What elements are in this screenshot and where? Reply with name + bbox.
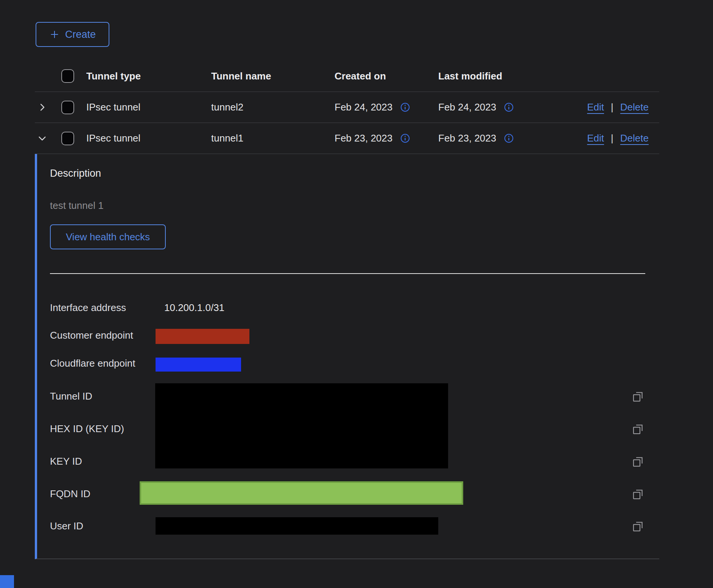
delete-link[interactable]: Delete (620, 101, 649, 113)
table-header-row: Tunnel type Tunnel name Created on Last … (35, 61, 659, 92)
header-tunnel-type: Tunnel type (86, 70, 211, 82)
interface-address-label: Interface address (50, 302, 126, 314)
tunnels-table: Tunnel type Tunnel name Created on Last … (35, 61, 659, 154)
header-tunnel-name: Tunnel name (211, 70, 335, 82)
description-text: test tunnel 1 (50, 200, 104, 212)
select-all-checkbox[interactable] (61, 69, 74, 83)
copy-user-id-button[interactable] (631, 520, 645, 533)
copy-hex-id-button[interactable] (631, 422, 645, 436)
customer-endpoint-label: Customer endpoint (50, 330, 133, 341)
chevron-right-icon (37, 102, 47, 112)
customer-endpoint-redacted-value (156, 329, 249, 344)
collapse-row-button[interactable] (37, 133, 47, 143)
copy-icon (632, 455, 645, 468)
plus-icon (49, 29, 60, 40)
create-button-label: Create (65, 29, 96, 40)
tunnel-details-panel: Description test tunnel 1 View health ch… (35, 154, 659, 559)
header-created-on: Created on (335, 70, 438, 82)
table-row: IPsec tunnel tunnel2 Feb 24, 2023 Feb 24… (35, 92, 659, 123)
info-icon[interactable] (400, 102, 410, 112)
copy-icon (632, 488, 645, 501)
key-id-label: KEY ID (50, 456, 82, 467)
expand-row-button[interactable] (37, 102, 47, 112)
edit-link[interactable]: Edit (587, 101, 604, 113)
created-on-cell: Feb 24, 2023 (335, 101, 392, 113)
tunnel-type-cell: IPsec tunnel (86, 101, 211, 113)
delete-link[interactable]: Delete (620, 132, 649, 144)
last-modified-cell: Feb 24, 2023 (438, 101, 496, 113)
tunnel-id-label: Tunnel ID (50, 390, 92, 402)
copy-tunnel-id-button[interactable] (631, 390, 645, 403)
info-icon[interactable] (504, 133, 514, 143)
info-icon[interactable] (504, 102, 514, 112)
fqdn-id-redacted-value (140, 481, 463, 505)
copy-icon (632, 390, 645, 403)
chevron-down-icon (37, 133, 47, 143)
create-button[interactable]: Create (36, 22, 109, 47)
actions-separator: | (611, 132, 613, 144)
tunnel-name-cell: tunnel2 (211, 101, 335, 113)
tunnel-id-redacted-value (155, 383, 448, 468)
hex-id-label: HEX ID (KEY ID) (50, 423, 124, 435)
copy-icon (632, 520, 645, 533)
info-icon[interactable] (400, 133, 410, 143)
description-label: Description (50, 168, 101, 179)
tunnel-name-cell: tunnel1 (211, 132, 335, 144)
fqdn-id-label: FQDN ID (50, 488, 90, 500)
created-on-cell: Feb 23, 2023 (335, 132, 392, 144)
user-id-redacted-value (156, 517, 438, 535)
user-id-label: User ID (50, 520, 83, 532)
cloudflare-endpoint-label: Cloudflare endpoint (50, 358, 135, 369)
table-row: IPsec tunnel tunnel1 Feb 23, 2023 Feb 23… (35, 123, 659, 154)
copy-icon (632, 423, 645, 436)
view-health-checks-button[interactable]: View health checks (50, 224, 166, 249)
copy-fqdn-id-button[interactable] (631, 487, 645, 501)
tunnel-type-cell: IPsec tunnel (86, 132, 211, 144)
bottom-left-partial-element (0, 575, 14, 588)
actions-separator: | (611, 101, 613, 113)
panel-divider (50, 273, 645, 274)
row-checkbox[interactable] (61, 101, 74, 114)
last-modified-cell: Feb 23, 2023 (438, 132, 496, 144)
edit-link[interactable]: Edit (587, 132, 604, 144)
header-last-modified: Last modified (438, 70, 583, 82)
cloudflare-endpoint-redacted-value (156, 358, 241, 372)
row-checkbox[interactable] (61, 132, 74, 145)
interface-address-value: 10.200.1.0/31 (164, 302, 224, 314)
copy-key-id-button[interactable] (631, 455, 645, 468)
